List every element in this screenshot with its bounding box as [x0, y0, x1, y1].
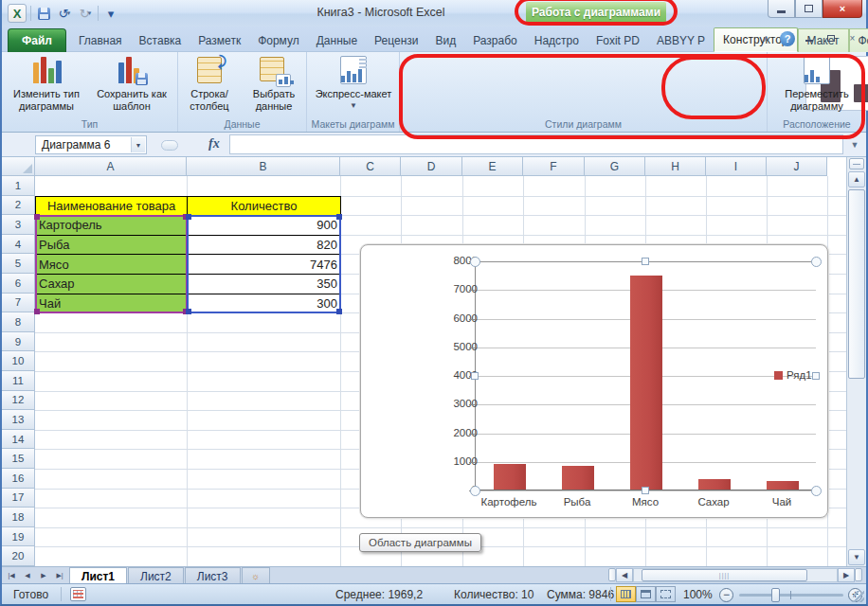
bar-Чай[interactable]	[767, 481, 799, 490]
cell-B7[interactable]: 300	[187, 294, 341, 314]
last-sheet-button[interactable]: ▶|	[52, 569, 67, 582]
quick-layout-button[interactable]: Экспресс-макет ▼	[314, 55, 393, 117]
chart-selection-handle[interactable]	[812, 372, 820, 380]
save-as-template-button[interactable]: Сохранить как шаблон	[92, 55, 172, 117]
column-header-I[interactable]: I	[706, 157, 767, 176]
zoom-slider-track[interactable]	[739, 594, 843, 597]
row-header-20[interactable]: 20	[2, 546, 35, 566]
tab-home[interactable]: Главная	[70, 29, 131, 52]
row-header-12[interactable]: 12	[2, 391, 35, 411]
column-header-F[interactable]: F	[523, 157, 585, 176]
scroll-left-button[interactable]: ◀	[616, 568, 633, 582]
name-box[interactable]: Диаграмма 6▼	[35, 135, 147, 154]
horizontal-scrollbar[interactable]: ◀ |||| ▶	[608, 567, 862, 582]
formula-input[interactable]	[229, 134, 843, 154]
cell-B4[interactable]: 820	[187, 235, 341, 256]
cell-B2-header[interactable]: Количество	[187, 196, 341, 217]
name-box-dropdown-icon[interactable]: ▼	[131, 137, 145, 152]
row-header-14[interactable]: 14	[2, 430, 35, 450]
undo-button[interactable]: ↺▾	[56, 5, 73, 22]
cell-A6[interactable]: Сахар	[35, 274, 188, 294]
zoom-out-button[interactable]: −	[719, 588, 733, 602]
customize-qat-button[interactable]: ▾	[102, 5, 119, 22]
row-header-2[interactable]: 2	[2, 196, 35, 216]
next-sheet-button[interactable]: ▶	[36, 569, 51, 582]
help-button[interactable]: ?	[780, 31, 795, 46]
tab-file[interactable]: Файл	[8, 28, 66, 52]
row-header-1[interactable]: 1	[2, 176, 35, 196]
save-button[interactable]	[35, 5, 52, 22]
workbook-close-button[interactable]: ×	[844, 30, 860, 46]
cell-B5[interactable]: 7476	[187, 254, 341, 275]
cell-A3[interactable]: Картофель	[35, 215, 188, 236]
macro-record-icon[interactable]	[70, 587, 86, 601]
expand-formula-bar-icon[interactable]: ▼	[846, 136, 863, 153]
column-header-E[interactable]: E	[462, 157, 523, 176]
tab-formulas[interactable]: Формул	[249, 29, 308, 52]
row-header-18[interactable]: 18	[2, 508, 35, 527]
scroll-down-button[interactable]: ▼	[848, 549, 865, 565]
vertical-scrollbar[interactable]: ▲ ▼	[846, 157, 866, 566]
scroll-right-button[interactable]: ▶	[838, 568, 855, 582]
page-break-view-button[interactable]	[656, 586, 676, 602]
select-all-corner[interactable]	[2, 157, 35, 176]
row-header-13[interactable]: 13	[2, 410, 35, 430]
cell-A2-header[interactable]: Наименование товара	[35, 196, 188, 217]
row-header-19[interactable]: 19	[2, 527, 35, 547]
insert-sheet-button[interactable]: ☼	[242, 567, 270, 583]
cell-A7[interactable]: Чай	[35, 294, 188, 314]
chart-plot-area[interactable]	[475, 261, 816, 490]
resize-grip[interactable]	[853, 591, 864, 602]
bar-Рыба[interactable]	[562, 466, 594, 490]
bar-Картофель[interactable]	[494, 464, 526, 490]
tab-view[interactable]: Вид	[427, 29, 465, 52]
move-chart-button[interactable]: Переместить диаграмму	[777, 55, 857, 117]
row-header-16[interactable]: 16	[2, 469, 35, 489]
maximize-button[interactable]	[795, 0, 823, 18]
horizontal-split-handle[interactable]	[855, 568, 862, 581]
row-header-7[interactable]: 7	[2, 294, 35, 313]
tab-addins[interactable]: Надстро	[526, 29, 588, 52]
chart-selection-handle[interactable]	[470, 257, 480, 267]
tab-foxit[interactable]: Foxit PD	[588, 29, 648, 52]
tab-split-handle[interactable]	[608, 568, 616, 581]
cell-B3[interactable]: 900	[187, 215, 341, 236]
collapse-ribbon-button[interactable]: ∧	[758, 30, 774, 46]
change-chart-type-button[interactable]: Изменить тип диаграммы	[7, 55, 86, 117]
column-header-A[interactable]: A	[35, 157, 187, 176]
bar-Сахар[interactable]	[698, 479, 731, 490]
tab-data[interactable]: Данные	[308, 29, 366, 52]
column-header-C[interactable]: C	[340, 157, 401, 176]
column-header-D[interactable]: D	[401, 157, 462, 176]
select-data-button[interactable]: Выбрать данные	[243, 55, 305, 117]
vertical-scroll-thumb[interactable]	[848, 189, 865, 379]
row-header-9[interactable]: 9	[2, 332, 35, 352]
horizontal-scroll-thumb[interactable]: ||||	[642, 569, 807, 581]
page-layout-view-button[interactable]	[636, 586, 656, 602]
bar-Мясо[interactable]	[630, 276, 662, 490]
row-header-17[interactable]: 17	[2, 489, 35, 508]
row-header-11[interactable]: 11	[2, 371, 35, 391]
chart-selection-handle[interactable]	[811, 257, 822, 267]
first-sheet-button[interactable]: |◀	[4, 569, 19, 582]
workbook-minimize-button[interactable]	[801, 30, 817, 46]
switch-row-column-button[interactable]: ⤸ Строка/столбец	[172, 55, 246, 117]
chart-selection-handle[interactable]	[811, 486, 822, 496]
minimize-button[interactable]	[768, 0, 795, 18]
cell-A5[interactable]: Мясо	[35, 254, 188, 275]
chart-selection-handle[interactable]	[642, 487, 649, 494]
excel-app-icon[interactable]: X	[8, 4, 27, 23]
cell-B6[interactable]: 350	[187, 274, 341, 294]
horizontal-scroll-track[interactable]: ||||	[633, 568, 838, 582]
row-header-6[interactable]: 6	[2, 274, 35, 294]
sheet-tab-3[interactable]: Лист3	[185, 567, 241, 583]
row-header-5[interactable]: 5	[2, 254, 35, 274]
workbook-restore-button[interactable]	[823, 30, 839, 46]
tab-page-layout[interactable]: Разметк	[190, 29, 249, 52]
row-header-10[interactable]: 10	[2, 351, 35, 371]
sheet-tab-1[interactable]: Лист1	[69, 567, 127, 583]
chart-selection-handle[interactable]	[642, 258, 649, 265]
tab-abbyy[interactable]: ABBYY P	[648, 29, 714, 52]
row-header-3[interactable]: 3	[2, 215, 35, 235]
row-header-8[interactable]: 8	[2, 312, 35, 332]
